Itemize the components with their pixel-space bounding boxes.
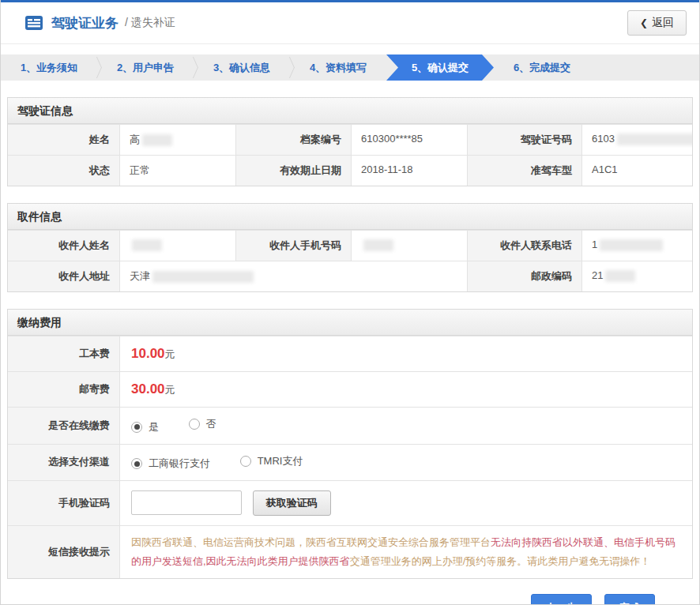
field-value-recipient-phone: 1 xyxy=(582,231,692,261)
redacted-value xyxy=(363,239,393,251)
redacted-value xyxy=(600,239,663,251)
pickup-info-section: 取件信息 收件人姓名 收件人手机号码 收件人联系电话 1 收件人地址 天津 邮政… xyxy=(7,203,693,292)
sms-notice-text: 因陕西省联通、电信运营商技术问题，陕西省互联网交通安全综合服务管理平台无法向持陕… xyxy=(120,526,692,578)
radio-channel-icbc[interactable]: 工商银行支付 xyxy=(131,457,210,471)
field-value-file-number: 610300****85 xyxy=(352,125,468,155)
redacted-value xyxy=(617,133,692,145)
fee-label-production: 工本费 xyxy=(8,336,120,371)
fee-amount: 10.00 xyxy=(131,346,165,361)
license-card-icon xyxy=(24,15,43,31)
online-pay-options: 是 否 xyxy=(120,408,692,444)
back-button-label: 返回 xyxy=(652,16,674,30)
table-row: 收件人地址 天津 邮政编码 21 xyxy=(8,261,692,291)
radio-online-pay-no[interactable]: 否 xyxy=(189,417,216,431)
fee-unit: 元 xyxy=(165,384,175,396)
table-row: 收件人姓名 收件人手机号码 收件人联系电话 1 xyxy=(8,230,692,261)
app-window: 驾驶证业务 / 遗失补证 ❮ 返回 1、业务须知 2、用户申告 3、确认信息 4… xyxy=(0,0,700,605)
radio-label: TMRI支付 xyxy=(258,454,303,468)
notice-segment: 因陕西省联通、电信运营商技术问题，陕西省互联网交通安全综合服务管理平台 xyxy=(131,536,491,548)
radio-online-pay-yes[interactable]: 是 xyxy=(131,420,159,434)
step-4-fill-data[interactable]: 4、资料填写 xyxy=(290,54,386,81)
sms-code-label: 手机验证码 xyxy=(8,481,120,525)
footer-actions: 上一步 完成 xyxy=(1,594,699,605)
get-sms-code-button[interactable]: 获取验证码 xyxy=(253,490,331,516)
license-info-section: 驾驶证信息 姓名 高 档案编号 610300****85 驾驶证号码 6103 … xyxy=(7,97,693,186)
field-label-vehicle-class: 准驾车型 xyxy=(468,156,582,186)
field-label-file-number: 档案编号 xyxy=(236,125,352,155)
field-label-recipient-phone: 收件人联系电话 xyxy=(468,231,582,261)
radio-channel-tmri[interactable]: TMRI支付 xyxy=(240,454,303,468)
field-value-expiry-date: 2018-11-18 xyxy=(352,156,468,186)
step-3-confirm-info[interactable]: 3、确认信息 xyxy=(194,54,290,81)
field-value-name: 高 xyxy=(120,125,236,155)
wizard-steps: 1、业务须知 2、用户申告 3、确认信息 4、资料填写 5、确认提交 6、完成提… xyxy=(1,54,699,81)
radio-selected-icon xyxy=(131,422,142,433)
field-value-status: 正常 xyxy=(120,156,236,186)
table-row: 姓名 高 档案编号 610300****85 驾驶证号码 6103 xyxy=(8,124,692,155)
field-label-expiry-date: 有效期止日期 xyxy=(236,156,352,186)
payment-section-title: 缴纳费用 xyxy=(8,310,692,336)
fee-row-mailing: 邮寄费 30.00元 xyxy=(8,371,692,407)
chevron-left-icon: ❮ xyxy=(640,17,648,28)
back-button[interactable]: ❮ 返回 xyxy=(627,10,687,36)
field-value-recipient-address: 天津 xyxy=(120,261,468,291)
pay-channel-label: 选择支付渠道 xyxy=(8,445,120,481)
breadcrumb-subtitle: / 遗失补证 xyxy=(125,16,175,30)
field-value-postal-code: 21 xyxy=(582,261,692,291)
field-value-recipient-name xyxy=(120,231,236,261)
fee-label-mailing: 邮寄费 xyxy=(8,372,120,407)
notice-segment: 交通管理业务的网上办理/预约等服务。请此类用户避免无谓操作！ xyxy=(350,555,651,567)
radio-label: 是 xyxy=(149,420,159,434)
radio-selected-icon xyxy=(131,458,142,469)
field-value-vehicle-class: A1C1 xyxy=(582,156,692,186)
page-header: 驾驶证业务 / 遗失补证 ❮ 返回 xyxy=(1,2,699,44)
redacted-value xyxy=(605,270,635,282)
sms-code-controls: 获取验证码 xyxy=(120,481,692,525)
radio-label: 否 xyxy=(206,417,216,431)
pay-channel-options: 工商银行支付 TMRI支付 xyxy=(120,445,692,481)
redacted-value xyxy=(142,134,172,146)
payment-section: 缴纳费用 工本费 10.00元 邮寄费 30.00元 是否在线缴费 是 xyxy=(7,309,693,579)
steps-filler xyxy=(590,54,699,81)
sms-code-row: 手机验证码 获取验证码 xyxy=(8,480,692,525)
sms-notice-label: 短信接收提示 xyxy=(8,526,120,578)
step-1-business-notes[interactable]: 1、业务须知 xyxy=(1,54,97,81)
previous-step-button[interactable]: 上一步 xyxy=(531,594,592,605)
field-label-license-number: 驾驶证号码 xyxy=(468,125,582,155)
radio-unselected-icon xyxy=(240,456,251,467)
table-row: 状态 正常 有效期止日期 2018-11-18 准驾车型 A1C1 xyxy=(8,155,692,186)
fee-row-production: 工本费 10.00元 xyxy=(8,336,692,371)
step-5-confirm-submit[interactable]: 5、确认提交 xyxy=(386,54,494,81)
sms-code-input[interactable] xyxy=(131,490,242,515)
field-value-license-number: 6103 xyxy=(582,125,692,155)
field-label-recipient-name: 收件人姓名 xyxy=(8,231,120,261)
field-label-name: 姓名 xyxy=(8,125,120,155)
redacted-value xyxy=(132,239,162,251)
finish-button[interactable]: 完成 xyxy=(604,594,655,605)
field-value-recipient-mobile xyxy=(352,231,468,261)
online-pay-label: 是否在线缴费 xyxy=(8,408,120,444)
redacted-value xyxy=(152,271,254,283)
field-label-recipient-address: 收件人地址 xyxy=(8,261,120,291)
sms-notice-row: 短信接收提示 因陕西省联通、电信运营商技术问题，陕西省互联网交通安全综合服务管理… xyxy=(8,525,692,578)
radio-unselected-icon xyxy=(189,419,200,430)
field-label-postal-code: 邮政编码 xyxy=(468,261,582,291)
field-label-recipient-mobile: 收件人手机号码 xyxy=(236,231,352,261)
step-2-user-declaration[interactable]: 2、用户申告 xyxy=(97,54,194,81)
fee-value-mailing: 30.00元 xyxy=(120,372,692,407)
online-pay-row: 是否在线缴费 是 否 xyxy=(8,407,692,444)
fee-value-production: 10.00元 xyxy=(120,336,692,371)
step-6-complete-submit[interactable]: 6、完成提交 xyxy=(494,54,590,81)
radio-label: 工商银行支付 xyxy=(149,457,210,471)
pay-channel-row: 选择支付渠道 工商银行支付 TMRI支付 xyxy=(8,444,692,481)
fee-amount: 30.00 xyxy=(131,381,165,396)
fee-unit: 元 xyxy=(165,348,175,360)
page-title: 驾驶证业务 xyxy=(51,14,119,32)
pickup-section-title: 取件信息 xyxy=(8,204,692,230)
field-label-status: 状态 xyxy=(8,156,120,186)
license-section-title: 驾驶证信息 xyxy=(8,98,692,124)
